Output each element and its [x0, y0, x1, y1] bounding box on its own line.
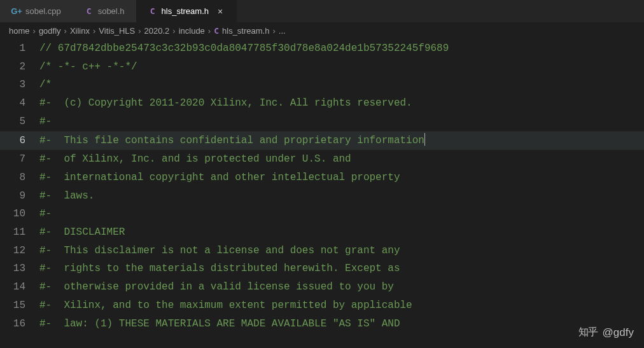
code-content: /* [39, 76, 52, 94]
breadcrumb-item[interactable]: godfly [39, 26, 61, 36]
code-content: #- of Xilinx, Inc. and is protected unde… [39, 150, 351, 169]
breadcrumb-item[interactable]: include [179, 26, 205, 36]
code-content: #- This file contains confidential and p… [39, 132, 425, 150]
line-number: 10 [0, 205, 39, 223]
tab-sobel-h[interactable]: Csobel.h [73, 0, 136, 22]
breadcrumb-item[interactable]: 2020.2 [144, 26, 170, 36]
line-number: 15 [0, 296, 39, 315]
code-line[interactable]: 9#- laws. [0, 187, 644, 205]
line-number: 1 [0, 39, 39, 58]
code-line[interactable]: 16#- law: (1) THESE MATERIALS ARE MADE A… [0, 315, 644, 333]
code-line[interactable]: 6#- This file contains confidential and … [0, 131, 644, 151]
watermark-text: @gdfy [603, 326, 634, 339]
breadcrumb-item[interactable]: home [9, 26, 30, 36]
code-line[interactable]: 3/* [0, 76, 644, 94]
line-number: 12 [0, 242, 39, 260]
code-line[interactable]: 11#- DISCLAIMER [0, 223, 644, 242]
line-number: 3 [0, 76, 39, 94]
code-content: #- [39, 205, 52, 223]
tab-sobel-cpp[interactable]: G+sobel.cpp [0, 0, 73, 22]
code-content: #- international copyright and other int… [39, 169, 400, 187]
breadcrumb-file[interactable]: hls_stream.h [222, 26, 269, 36]
code-line[interactable]: 14#- otherwise provided in a valid licen… [0, 278, 644, 296]
watermark: 知乎 @gdfy [578, 326, 634, 339]
code-content: #- Xilinx, and to the maximum extent per… [39, 296, 412, 315]
tab-label: hls_stream.h [162, 6, 209, 16]
code-content: #- DISCLAIMER [39, 223, 125, 242]
line-number: 14 [0, 278, 39, 296]
cpp-file-icon: G+ [11, 6, 22, 17]
line-number: 8 [0, 169, 39, 187]
code-line[interactable]: 10#- [0, 205, 644, 223]
tab-hls_stream-h[interactable]: Chls_stream.h× [136, 0, 237, 22]
line-number: 5 [0, 113, 39, 131]
code-content: #- laws. [39, 187, 94, 205]
c-file-icon: C [214, 26, 219, 36]
code-line[interactable]: 13#- rights to the materials distributed… [0, 260, 644, 278]
chevron-right-icon: › [33, 26, 36, 36]
chevron-right-icon: › [64, 26, 67, 36]
code-line[interactable]: 15#- Xilinx, and to the maximum extent p… [0, 296, 644, 315]
breadcrumb-item[interactable]: Vitis_HLS [99, 26, 135, 36]
code-line[interactable]: 2/* -*- c++ -*-*/ [0, 58, 644, 76]
code-line[interactable]: 1// 67d7842dbbe25473c3c32b93c0da8047785f… [0, 39, 644, 58]
close-icon[interactable]: × [215, 6, 225, 17]
code-content: // 67d7842dbbe25473c3c32b93c0da8047785f3… [39, 39, 449, 58]
code-line[interactable]: 12#- This disclaimer is not a license an… [0, 242, 644, 260]
code-content: #- (c) Copyright 2011-2020 Xilinx, Inc. … [39, 94, 412, 113]
breadcrumb: home›godfly›Xilinx›Vitis_HLS›2020.2›incl… [0, 22, 644, 39]
chevron-right-icon: › [138, 26, 141, 36]
line-number: 6 [0, 132, 39, 150]
text-cursor [424, 133, 425, 146]
line-number: 2 [0, 58, 39, 76]
tab-label: sobel.h [98, 6, 125, 16]
code-line[interactable]: 5#- [0, 113, 644, 131]
code-editor[interactable]: 1// 67d7842dbbe25473c3c32b93c0da8047785f… [0, 39, 644, 333]
zhihu-icon: 知乎 [578, 326, 598, 339]
code-content: #- [39, 113, 52, 131]
code-line[interactable]: 8#- international copyright and other in… [0, 169, 644, 187]
breadcrumb-trailing[interactable]: ... [279, 26, 286, 36]
chevron-right-icon: › [93, 26, 95, 36]
c-file-icon: C [148, 6, 158, 17]
code-content: #- This disclaimer is not a license and … [39, 242, 400, 260]
c-file-icon: C [84, 6, 94, 17]
tab-bar: G+sobel.cppCsobel.hChls_stream.h× [0, 0, 644, 22]
code-content: /* -*- c++ -*-*/ [39, 58, 137, 76]
line-number: 4 [0, 94, 39, 113]
code-line[interactable]: 4#- (c) Copyright 2011-2020 Xilinx, Inc.… [0, 94, 644, 113]
code-content: #- law: (1) THESE MATERIALS ARE MADE AVA… [39, 315, 400, 333]
chevron-right-icon: › [208, 26, 211, 36]
tab-label: sobel.cpp [25, 6, 61, 16]
line-number: 7 [0, 150, 39, 169]
breadcrumb-item[interactable]: Xilinx [70, 26, 90, 36]
code-line[interactable]: 7#- of Xilinx, Inc. and is protected und… [0, 150, 644, 169]
chevron-right-icon: › [272, 26, 275, 36]
code-content: #- rights to the materials distributed h… [39, 260, 400, 278]
line-number: 11 [0, 223, 39, 242]
chevron-right-icon: › [172, 26, 175, 36]
code-content: #- otherwise provided in a valid license… [39, 278, 394, 296]
line-number: 13 [0, 260, 39, 278]
line-number: 9 [0, 187, 39, 205]
line-number: 16 [0, 315, 39, 333]
